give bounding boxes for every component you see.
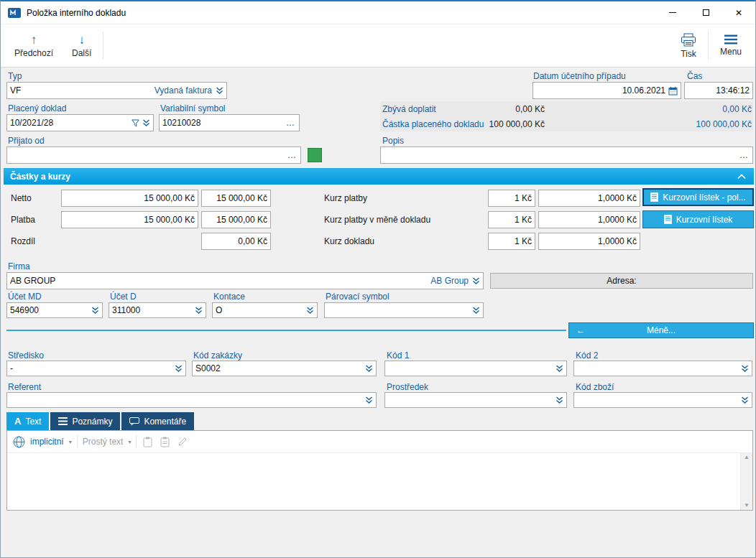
maximize-button[interactable] <box>689 1 722 24</box>
popis-label: Popis <box>382 136 404 146</box>
print-button[interactable]: Tisk <box>671 24 706 67</box>
ucet-md-input[interactable] <box>9 305 90 315</box>
placeny-doklad-input[interactable] <box>9 118 130 128</box>
variabilni-symbol-ellipsis-button[interactable]: … <box>283 118 298 127</box>
kod-zbozi-input[interactable] <box>576 395 739 405</box>
platba-label: Platba <box>11 215 35 225</box>
caret-down-icon: ▾ <box>128 439 131 445</box>
kontace-input[interactable] <box>214 305 305 315</box>
kurz-platby-v-mene-input-1[interactable] <box>490 215 533 225</box>
parovaci-symbol-combo <box>324 302 484 318</box>
prijato-od-status-button[interactable] <box>308 148 322 162</box>
paste-button[interactable] <box>142 437 154 447</box>
adresa-button[interactable]: Adresa: <box>490 273 753 289</box>
editor-toolbar: implicitní ▾ Prostý text ▾ <box>7 431 752 453</box>
placeny-doklad-label: Placený doklad <box>8 103 66 113</box>
firma-label: Firma <box>8 261 30 271</box>
cas-input[interactable] <box>686 85 751 96</box>
typ-dropdown-icon[interactable] <box>214 86 225 95</box>
rozdil-field <box>201 233 271 250</box>
parovaci-symbol-dropdown-icon[interactable] <box>471 306 481 315</box>
popis-ellipsis-button[interactable]: … <box>737 151 751 159</box>
stredisko-dropdown-icon[interactable] <box>173 364 184 373</box>
minimize-button[interactable] <box>656 1 689 24</box>
platba-input-2[interactable] <box>203 215 269 225</box>
platba-field-1 <box>61 211 198 228</box>
language-selector[interactable]: implicitní <box>30 437 64 447</box>
kontace-dropdown-icon[interactable] <box>305 306 315 315</box>
kurz-platby-field-1 <box>488 190 535 207</box>
stredisko-input[interactable] <box>9 363 173 373</box>
stredisko-label: Středisko <box>8 350 44 361</box>
datum-label: Datum účetního případu <box>533 71 626 81</box>
datum-input[interactable] <box>535 85 667 96</box>
kod-zakazky-dropdown-icon[interactable] <box>364 364 374 373</box>
scroll-down-icon[interactable]: ▼ <box>741 503 752 508</box>
popis-input[interactable] <box>382 150 737 160</box>
kurz-platby-v-mene-field-1 <box>488 211 535 228</box>
menu-button[interactable]: Menu <box>711 24 751 67</box>
kod-2-dropdown-icon[interactable] <box>739 364 750 373</box>
kurzovni-listek-polozka-button[interactable]: Kurzovní lístek - pol... <box>642 188 754 206</box>
kurz-dokladu-input-1[interactable] <box>490 236 533 246</box>
referent-input[interactable] <box>9 395 364 405</box>
referent-dropdown-icon[interactable] <box>364 396 374 404</box>
prostredek-dropdown-icon[interactable] <box>554 396 565 404</box>
edit-pencil-button[interactable] <box>176 437 189 447</box>
variabilni-symbol-field: … <box>159 114 300 131</box>
kod-zbozi-dropdown-icon[interactable] <box>739 396 750 404</box>
ucet-md-dropdown-icon[interactable] <box>90 306 101 315</box>
next-label: Další <box>72 48 91 58</box>
kod-1-input[interactable] <box>387 363 554 373</box>
calendar-icon[interactable] <box>667 86 679 96</box>
stredisko-combo <box>6 361 186 376</box>
kod-2-combo <box>573 361 752 376</box>
kurzovni-listek-button[interactable]: Kurzovní lístek <box>642 210 754 228</box>
prijato-od-input[interactable] <box>9 150 285 160</box>
prostredek-input[interactable] <box>387 395 554 405</box>
kod-zakazky-input[interactable] <box>194 363 364 373</box>
menu-label: Menu <box>720 47 742 57</box>
scroll-up-icon[interactable]: ▲ <box>741 455 752 460</box>
netto-input-2[interactable] <box>203 193 269 203</box>
kurz-dokladu-input-2[interactable] <box>540 236 638 246</box>
text-editor-area[interactable] <box>7 453 740 510</box>
rozdil-input[interactable] <box>203 236 269 246</box>
typ-label: Typ <box>8 71 22 81</box>
format-selector[interactable]: Prostý text <box>83 437 124 447</box>
mene-button[interactable]: ← Méně... <box>568 322 754 338</box>
netto-input-1[interactable] <box>63 193 196 203</box>
collapse-section-icon[interactable] <box>736 174 747 180</box>
previous-button[interactable]: ↑ Předchozí <box>5 24 63 67</box>
firma-input[interactable] <box>9 276 428 286</box>
kod-2-input[interactable] <box>576 363 739 373</box>
placeny-doklad-dropdown-icon[interactable] <box>141 118 152 127</box>
paste-special-button[interactable] <box>159 437 171 447</box>
section-title: Částky a kurzy <box>10 172 70 182</box>
firma-dropdown-icon[interactable] <box>471 276 481 285</box>
filter-icon[interactable] <box>130 119 141 127</box>
variabilni-symbol-input[interactable] <box>161 118 283 128</box>
tab-text[interactable]: A Text <box>6 412 49 430</box>
tab-poznamky[interactable]: Poznámky <box>50 412 120 430</box>
ucet-d-dropdown-icon[interactable] <box>193 306 204 315</box>
kurz-platby-input-1[interactable] <box>490 193 533 203</box>
next-button[interactable]: ↓ Další <box>63 24 101 67</box>
kurz-platby-input-2[interactable] <box>540 193 638 203</box>
kod-1-dropdown-icon[interactable] <box>554 364 565 373</box>
typ-input[interactable] <box>9 85 152 96</box>
platba-input-1[interactable] <box>63 215 196 225</box>
close-button[interactable]: ✕ <box>722 1 755 24</box>
minimize-icon <box>669 12 676 13</box>
kod-zakazky-combo <box>192 361 377 376</box>
kod-zbozi-label: Kód zboží <box>576 382 614 392</box>
prijato-od-ellipsis-button[interactable]: … <box>285 151 299 159</box>
tab-komentare[interactable]: Komentáře <box>121 412 194 430</box>
editor-scrollbar[interactable]: ▲ ▼ <box>740 453 752 510</box>
notes-icon <box>58 417 68 425</box>
tab-poznamky-label: Poznámky <box>72 417 112 427</box>
parovaci-symbol-input[interactable] <box>326 305 471 315</box>
document-icon <box>650 192 658 202</box>
ucet-d-input[interactable] <box>111 305 193 315</box>
kurz-platby-v-mene-input-2[interactable] <box>540 215 638 225</box>
